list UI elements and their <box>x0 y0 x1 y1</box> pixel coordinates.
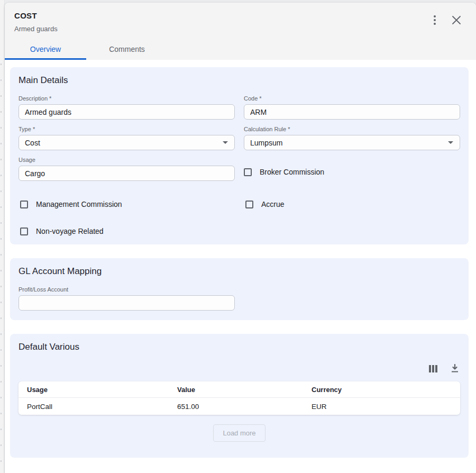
main-details-title: Main Details <box>19 75 460 86</box>
usage-label: Usage <box>19 157 235 163</box>
background-page-ticks <box>1 63 2 471</box>
accrue-checkbox[interactable]: Accrue <box>245 200 460 208</box>
checkbox-icon <box>245 201 253 208</box>
load-more-button[interactable]: Load more <box>213 424 265 442</box>
chevron-down-icon <box>448 141 453 144</box>
usage-field[interactable] <box>19 166 235 181</box>
tab-bar: Overview Comments <box>5 40 476 60</box>
columns-icon[interactable] <box>428 365 438 373</box>
tab-comments[interactable]: Comments <box>86 40 168 60</box>
dialog-title: COST <box>14 11 476 20</box>
cost-dialog: COST Armed guards Overview Comments Main… <box>5 3 476 473</box>
cell-usage: PortCall <box>19 403 169 411</box>
default-various-table: Usage Value Currency PortCall 651.00 EUR <box>19 381 460 415</box>
management-commission-label: Management Commission <box>36 200 122 208</box>
kebab-menu-icon[interactable] <box>433 14 437 26</box>
close-icon[interactable] <box>452 15 461 25</box>
dialog-content: Main Details Description * Code * Type *… <box>5 60 476 458</box>
dialog-header: COST Armed guards Overview Comments <box>5 3 476 60</box>
default-various-title: Default Various <box>19 342 460 352</box>
download-icon[interactable] <box>451 364 459 373</box>
table-header-row: Usage Value Currency <box>19 381 460 398</box>
column-header-usage[interactable]: Usage <box>19 386 169 394</box>
column-header-value[interactable]: Value <box>169 386 303 394</box>
code-label: Code * <box>244 95 460 102</box>
broker-commission-checkbox[interactable]: Broker Commission <box>244 168 324 176</box>
cell-value: 651.00 <box>169 403 303 411</box>
column-header-currency[interactable]: Currency <box>303 386 460 394</box>
profit-loss-account-field[interactable] <box>19 295 235 311</box>
type-select-value: Cost <box>25 139 40 147</box>
description-label: Description * <box>19 95 235 102</box>
checkbox-icon <box>20 228 28 235</box>
code-field[interactable] <box>244 104 460 120</box>
main-details-section: Main Details Description * Code * Type *… <box>10 67 469 244</box>
dialog-subtitle: Armed guards <box>14 25 476 33</box>
checkbox-icon <box>20 201 28 208</box>
calculation-rule-label: Calculation Rule * <box>244 126 460 132</box>
type-label: Type * <box>19 126 235 132</box>
chevron-down-icon <box>223 141 228 144</box>
calculation-rule-select[interactable]: Lumpsum <box>244 135 460 150</box>
table-row[interactable]: PortCall 651.00 EUR <box>19 398 460 415</box>
broker-commission-label: Broker Commission <box>260 168 324 176</box>
accrue-label: Accrue <box>261 200 285 208</box>
gl-account-mapping-title: GL Account Mapping <box>19 266 460 277</box>
calculation-rule-select-value: Lumpsum <box>250 139 282 147</box>
tab-overview[interactable]: Overview <box>5 40 86 60</box>
gl-account-mapping-section: GL Account Mapping Profit/Loss Account <box>10 258 469 320</box>
default-various-section: Default Various <box>10 334 469 458</box>
checkbox-icon <box>244 168 252 176</box>
background-page-edge <box>0 0 5 473</box>
profit-loss-account-label: Profit/Loss Account <box>19 286 235 293</box>
management-commission-checkbox[interactable]: Management Commission <box>20 200 235 208</box>
non-voyage-related-checkbox[interactable]: Non-voyage Related <box>20 227 235 235</box>
cell-currency: EUR <box>303 403 460 411</box>
non-voyage-related-label: Non-voyage Related <box>36 227 104 235</box>
type-select[interactable]: Cost <box>19 135 235 150</box>
description-field[interactable] <box>19 104 235 120</box>
